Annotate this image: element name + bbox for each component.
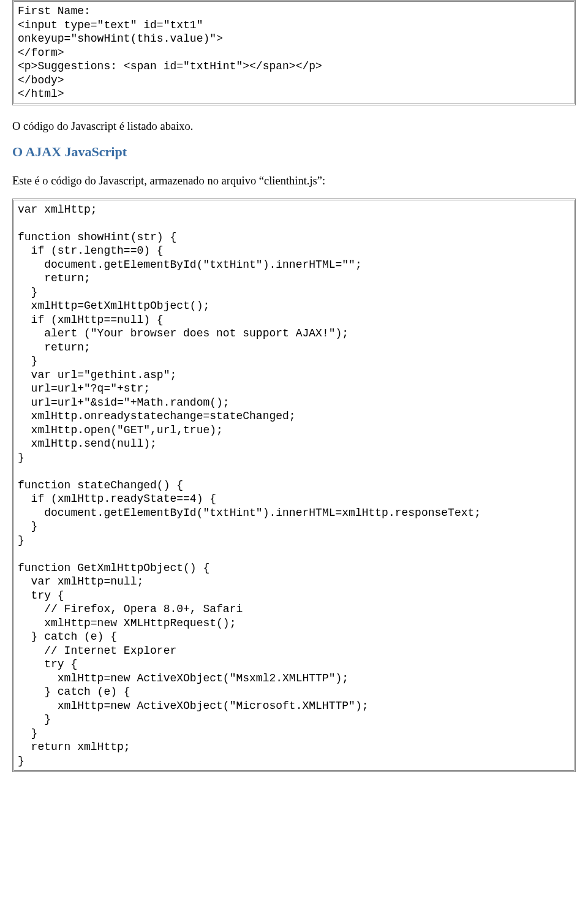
code-block-html-fragment: First Name: <input type="text" id="txt1"… <box>12 0 576 105</box>
heading-ajax-javascript: O AJAX JavaScript <box>12 144 576 160</box>
code-block-clienthint-js: var xmlHttp; function showHint(str) { if… <box>12 199 576 773</box>
paragraph-clienthint-intro: Este é o código do Javascript, armazenad… <box>12 175 576 187</box>
paragraph-js-listed-below: O código do Javascript é listado abaixo. <box>12 120 576 133</box>
